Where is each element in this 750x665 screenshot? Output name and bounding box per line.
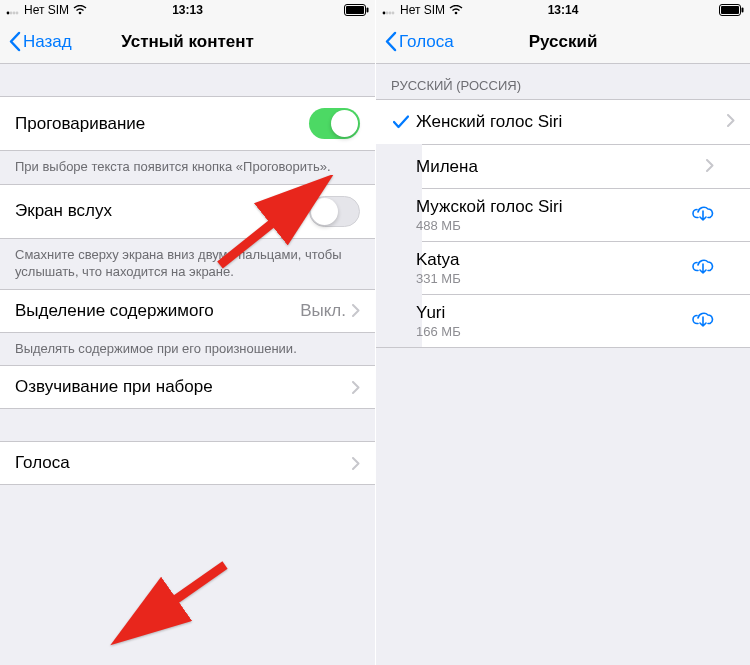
voice-row[interactable]: Милена (422, 144, 750, 188)
signal-icon (6, 5, 20, 15)
svg-point-2 (13, 12, 16, 15)
chevron-right-icon (706, 158, 714, 176)
row-label: Выделение содержимого (15, 301, 214, 321)
svg-rect-7 (367, 8, 369, 13)
nav-bar: Назад Устный контент (0, 20, 375, 64)
row-footer: При выборе текста появится кнопка «Прого… (0, 151, 375, 184)
voice-row[interactable]: Katya331 МБ (422, 241, 750, 294)
svg-point-12 (389, 12, 392, 15)
voice-main: Женский голос Siri (416, 112, 727, 132)
screen-spoken-content: Нет SIM 13:13 Назад Устный контент Прого… (0, 0, 375, 665)
page-title: Русский (529, 32, 598, 52)
row-label: Экран вслух (15, 201, 112, 221)
back-button[interactable]: Назад (8, 31, 72, 52)
row-label: Голоса (15, 453, 70, 473)
row-footer: Выделять содержимое при его произношении… (0, 333, 375, 366)
back-button[interactable]: Голоса (384, 31, 454, 52)
chevron-right-icon (352, 381, 360, 394)
voice-name: Katya (416, 250, 692, 270)
row-voices[interactable]: Голоса (0, 441, 375, 485)
row-highlight-content[interactable]: Выделение содержимого Выкл. (0, 289, 375, 333)
svg-point-3 (16, 12, 19, 15)
svg-point-13 (392, 12, 395, 15)
row-value: Выкл. (300, 301, 346, 321)
row-label: Озвучивание при наборе (15, 377, 213, 397)
chevron-right-icon (352, 457, 360, 470)
download-icon[interactable] (692, 203, 714, 227)
voice-main: Yuri166 МБ (416, 303, 692, 339)
chevron-left-icon (8, 31, 21, 52)
voice-name: Женский голос Siri (416, 112, 727, 132)
svg-rect-16 (721, 6, 739, 14)
status-bar: Нет SIM 13:14 (376, 0, 750, 20)
voice-size: 488 МБ (416, 218, 692, 233)
download-icon[interactable] (692, 309, 714, 333)
nav-bar: Голоса Русский (376, 20, 750, 64)
download-icon[interactable] (692, 256, 714, 280)
voice-name: Милена (416, 157, 706, 177)
svg-point-10 (383, 12, 386, 15)
voice-main: Katya331 МБ (416, 250, 692, 286)
svg-point-0 (7, 12, 10, 15)
voice-row[interactable]: Женский голос Siri (376, 100, 750, 144)
battery-icon (344, 4, 369, 16)
back-label: Назад (23, 32, 72, 52)
row-speak-selection[interactable]: Проговаривание (0, 96, 375, 151)
voice-main: Милена (416, 157, 706, 177)
voice-row[interactable]: Yuri166 МБ (422, 294, 750, 347)
switch-speak-selection[interactable] (309, 108, 360, 139)
chevron-left-icon (384, 31, 397, 52)
status-bar: Нет SIM 13:13 (0, 0, 375, 20)
svg-point-4 (79, 12, 82, 15)
signal-icon (382, 5, 396, 15)
svg-point-11 (386, 12, 389, 15)
voice-size: 331 МБ (416, 271, 692, 286)
voice-main: Мужской голос Siri488 МБ (416, 197, 692, 233)
chevron-right-icon (352, 304, 360, 317)
section-header: РУССКИЙ (РОССИЯ) (376, 64, 750, 99)
svg-rect-17 (742, 8, 744, 13)
carrier-label: Нет SIM (24, 3, 69, 17)
voice-name: Мужской голос Siri (416, 197, 692, 217)
row-footer: Смахните сверху экрана вниз двумя пальца… (0, 239, 375, 289)
svg-point-14 (455, 12, 458, 15)
voice-name: Yuri (416, 303, 692, 323)
voice-list: РУССКИЙ (РОССИЯ) Женский голос SiriМилен… (376, 64, 750, 665)
screen-voices-russian: Нет SIM 13:14 Голоса Русский РУССКИЙ (РО… (375, 0, 750, 665)
back-label: Голоса (399, 32, 454, 52)
settings-list: Проговаривание При выборе текста появитс… (0, 64, 375, 665)
checkmark-icon (386, 115, 416, 129)
wifi-icon (449, 5, 463, 15)
clock: 13:13 (172, 3, 203, 17)
carrier-label: Нет SIM (400, 3, 445, 17)
wifi-icon (73, 5, 87, 15)
row-speak-screen[interactable]: Экран вслух (0, 184, 375, 239)
clock: 13:14 (548, 3, 579, 17)
voice-size: 166 МБ (416, 324, 692, 339)
chevron-right-icon (727, 113, 735, 131)
svg-rect-6 (346, 6, 364, 14)
voice-row[interactable]: Мужской голос Siri488 МБ (422, 188, 750, 241)
row-typing-feedback[interactable]: Озвучивание при наборе (0, 365, 375, 409)
battery-icon (719, 4, 744, 16)
switch-speak-screen[interactable] (309, 196, 360, 227)
svg-point-1 (10, 12, 13, 15)
page-title: Устный контент (121, 32, 254, 52)
row-label: Проговаривание (15, 114, 145, 134)
